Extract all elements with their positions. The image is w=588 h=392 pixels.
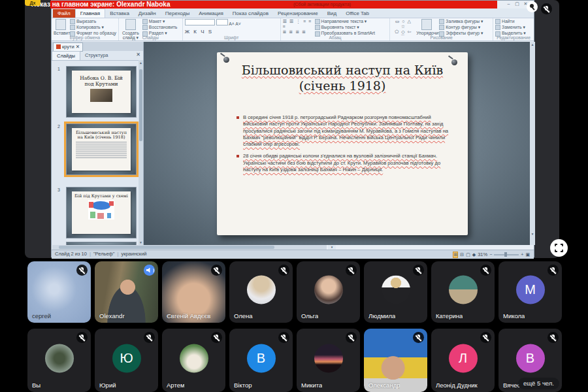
status-language[interactable]: украинский	[121, 251, 146, 257]
participant-tile[interactable]: Ольга	[297, 261, 360, 323]
mic-off-icon	[211, 332, 222, 343]
mic-off-icon	[413, 332, 424, 343]
slide-thumbnail-3[interactable]: 3 Бій під Крутами у схемі	[66, 187, 137, 238]
avatar	[314, 275, 343, 304]
pin-tile-button[interactable]	[527, 1, 538, 12]
paste-button[interactable]: Вставить	[54, 19, 68, 35]
arrange-icon	[421, 19, 432, 30]
fit-to-window-button[interactable]: ▣	[525, 251, 530, 259]
list-buttons[interactable]: ☰ ☰ ⋮ ≡ ≡ ≡≣ ≣ ≣ ≣	[283, 19, 313, 35]
tab-design[interactable]: Дизайн	[134, 9, 161, 18]
participant-tile[interactable]: Микита	[297, 329, 360, 392]
tab-transitions[interactable]: Переходы	[161, 9, 195, 18]
participant-tile[interactable]: Ю Юрий	[95, 329, 158, 392]
replace-icon	[495, 25, 500, 30]
participant-tile[interactable]: Олександр	[364, 329, 427, 392]
copy-button[interactable]: Копировать ▾	[70, 25, 116, 30]
arrange-button[interactable]: Упорядочить	[416, 19, 437, 35]
tab-home[interactable]: Главная	[75, 8, 105, 18]
normal-view-button[interactable]: ⊞	[453, 252, 458, 258]
cut-button[interactable]: Вырезать	[70, 19, 116, 24]
corner-badge: Дх	[25, 0, 41, 6]
participant-tile[interactable]: Людмила	[364, 261, 427, 323]
avatar	[382, 275, 410, 304]
participant-name: Юрий	[99, 382, 116, 389]
participant-name: Катерина	[436, 312, 463, 319]
panel-tab-outline[interactable]: Структура	[80, 51, 113, 60]
canvas-horizontal-scrollbar[interactable]	[52, 245, 327, 250]
zoom-out-button[interactable]: −	[489, 251, 492, 259]
text-direction-button[interactable]: Направление текста ▾	[315, 19, 388, 24]
restore-button[interactable]: ▢	[513, 1, 521, 7]
font-style-buttons[interactable]: Ж К Ч S	[185, 29, 278, 35]
mic-off-icon	[144, 332, 155, 343]
panel-close-icon[interactable]: ✕	[136, 52, 140, 57]
tab-animations[interactable]: Анимация	[194, 9, 228, 18]
font-name-box[interactable]	[185, 19, 215, 25]
find-button[interactable]: Найти	[495, 19, 532, 24]
document-tab[interactable]: крути ✕	[53, 42, 83, 52]
text-direction-icon	[315, 19, 320, 24]
zoom-slider[interactable]	[494, 254, 519, 255]
slide-thumbnail-2[interactable]: 2 Більшовиський наступ на Київ (січень 1…	[66, 123, 137, 175]
shape-fill-button[interactable]: Заливка фигуры ▾	[439, 19, 491, 24]
participant-tile[interactable]: Олена	[229, 261, 293, 323]
participant-tile[interactable]: Л Леонід Дудник	[431, 329, 495, 392]
status-slide-number: Слайд 2 из 10	[55, 251, 87, 257]
align-text-icon	[315, 25, 320, 30]
shape-outline-button[interactable]: Контур фигуры ▾	[439, 25, 491, 30]
grow-font-button[interactable]: A˄	[229, 22, 235, 26]
thumb1-photo	[90, 89, 112, 102]
align-text-button[interactable]: Выровнять текст ▾	[315, 25, 388, 30]
panel-tab-slides[interactable]: Слайды	[52, 51, 80, 60]
share-banner-text: Показ на главном экране: Olexandr Naboka	[31, 0, 170, 8]
shrink-font-button[interactable]: A˅	[235, 22, 241, 26]
participant-tile[interactable]: В Вячес ещё 5 чел.	[498, 329, 562, 392]
tab-slideshow[interactable]: Показ слайдов	[228, 9, 273, 18]
fullscreen-button[interactable]	[550, 239, 568, 257]
zoom-in-button[interactable]: +	[521, 251, 523, 259]
sorter-view-button[interactable]: ⊟	[460, 251, 464, 259]
overflow-count-pill[interactable]: ещё 5 чел.	[518, 378, 559, 389]
slide-body: В середині січня 1918 р. петроградський …	[237, 114, 451, 178]
participant-tile[interactable]: Olexandr	[95, 261, 158, 323]
slide-canvas: Більшовиський наступ на Київ (січень 191…	[144, 42, 530, 245]
scrollbar-dropdown[interactable]: ▾	[328, 245, 336, 250]
slides-group: Создать слайд ▾ Макет ▾ Восстановить Раз…	[119, 18, 183, 41]
participant-tile[interactable]: Артем	[162, 329, 225, 392]
layout-button[interactable]: Макет ▾	[142, 19, 180, 24]
replace-button[interactable]: Заменить ▾	[495, 25, 532, 30]
tab-view[interactable]: Вид	[323, 9, 341, 18]
ribbon: Вставить Вырезать Копировать ▾ Формат по…	[52, 18, 534, 41]
canvas-vertical-scrollbar[interactable]: ▲▼	[530, 42, 535, 245]
tab-review[interactable]: Рецензирование	[273, 9, 323, 18]
tab-office-tab[interactable]: Office Tab	[341, 9, 374, 18]
minimize-button[interactable]: ‒	[504, 1, 513, 6]
participant-tile[interactable]: Вы	[27, 329, 91, 392]
mic-off-icon	[346, 265, 357, 276]
participant-name: Микита	[301, 382, 322, 389]
participant-tile[interactable]: В Віктор	[229, 329, 293, 392]
tab-insert[interactable]: Вставка	[105, 9, 134, 18]
tab-file[interactable]: Файл	[53, 9, 75, 18]
participant-tile[interactable]: Євгеній Авдєєв	[162, 261, 225, 323]
document-tab-bar: крути ✕	[52, 42, 143, 51]
slideshow-button[interactable]: ◆	[472, 251, 476, 259]
participant-tile[interactable]: сергей	[27, 261, 91, 323]
panel-scrollbar[interactable]: ▲▼	[139, 60, 143, 245]
thumb3-map	[88, 200, 114, 220]
participant-name: Леонід Дудник	[436, 382, 478, 389]
shared-screen-tile[interactable]: (Сбой активации продукта) ‒▢✕ Файл Главн…	[25, 0, 559, 258]
drawing-group: ▭ ○ △ ☆⬠ ◇ ⇦ ⌒ Упорядочить Заливка фигур…	[390, 18, 493, 41]
mic-off-icon	[480, 332, 491, 343]
powerpoint-window: (Сбой активации продукта) ‒▢✕ Файл Главн…	[51, 0, 534, 257]
shape-outline-icon	[439, 25, 444, 30]
slide-thumbnail-1[interactable]: 1 Набока О. В. Бій под Крутами	[66, 66, 137, 118]
ribbon-tab-bar: Файл Главная Вставка Дизайн Переходы Ани…	[52, 8, 534, 18]
participant-name: Ольга	[301, 312, 318, 319]
font-size-box[interactable]	[216, 19, 228, 25]
participant-tile[interactable]: М Микола	[498, 261, 562, 323]
participant-tile[interactable]: Катерина	[431, 261, 495, 323]
reading-view-button[interactable]: ▢	[466, 251, 470, 259]
reset-button[interactable]: Восстановить	[142, 25, 180, 30]
